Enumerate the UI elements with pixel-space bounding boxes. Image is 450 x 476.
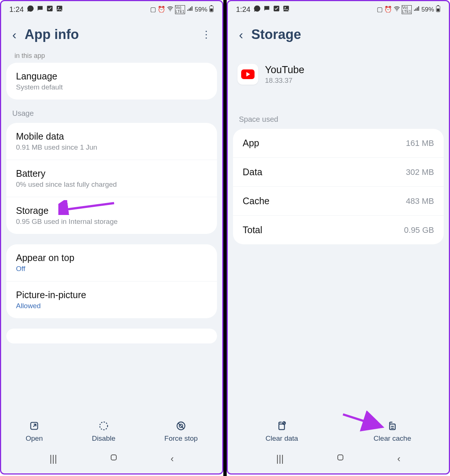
disable-button[interactable]: Disable — [92, 420, 115, 443]
data-value: 302 MB — [406, 167, 434, 177]
signal-icon — [187, 5, 193, 14]
status-icons-left — [27, 5, 63, 14]
nav-back[interactable]: ‹ — [397, 453, 401, 464]
svg-rect-19 — [437, 5, 439, 6]
signal-icon — [413, 5, 420, 14]
storage-item[interactable]: Storage 0.95 GB used in Internal storage — [6, 197, 217, 234]
battery-text: 59% — [421, 6, 434, 13]
status-bar: 1:24 ▢ ⏰ Vo)LTE1 — [228, 1, 449, 16]
status-bar: 1:24 ▢ ⏰ Vo)LTE1 — [1, 1, 222, 16]
storage-title: Storage — [16, 205, 207, 216]
app-name: YouTube — [265, 64, 304, 76]
wifi-icon — [394, 5, 400, 14]
disable-label: Disable — [92, 434, 115, 443]
page-header: ‹ App info ⋮ — [1, 16, 222, 56]
battery-sub: 0% used since last fully charged — [16, 180, 207, 189]
pip-sub: Allowed — [16, 302, 207, 310]
battery-title: Battery — [16, 168, 207, 179]
clear-data-icon — [276, 420, 287, 431]
open-label: Open — [26, 434, 43, 443]
wifi-icon — [167, 5, 174, 14]
nav-back[interactable]: ‹ — [171, 453, 174, 464]
bottom-actions: Open Disable Force stop — [1, 414, 222, 446]
nav-recents[interactable]: ||| — [49, 453, 57, 464]
nav-bar: ||| ‹ — [1, 446, 222, 473]
alarm-icon: ⏰ — [384, 6, 392, 13]
phone-left: 1:24 ▢ ⏰ Vo)LTE1 — [0, 0, 223, 475]
data-row: Data 302 MB — [233, 157, 444, 186]
language-sub: System default — [16, 83, 207, 91]
clear-cache-button[interactable]: Clear cache — [373, 420, 411, 443]
force-stop-icon — [175, 420, 187, 431]
svg-point-9 — [100, 422, 107, 430]
nav-bar: ||| ‹ — [228, 446, 449, 473]
status-time: 1:24 — [9, 5, 24, 14]
svg-line-23 — [283, 422, 285, 424]
battery-icon — [209, 5, 214, 14]
app-value: 161 MB — [406, 138, 434, 148]
data-label: Data — [243, 167, 262, 177]
force-stop-button[interactable]: Force stop — [164, 420, 198, 443]
total-value: 0.95 GB — [404, 225, 434, 235]
cache-row: Cache 483 MB — [233, 186, 444, 215]
page-title: App info — [25, 27, 193, 42]
mobile-data-item[interactable]: Mobile data 0.91 MB used since 1 Jun — [6, 123, 217, 160]
chat-icon — [36, 5, 44, 14]
battery-text: 59% — [195, 6, 207, 13]
bottom-actions: Clear data Clear cache — [228, 414, 449, 446]
svg-rect-5 — [211, 5, 212, 6]
svg-point-16 — [285, 7, 286, 8]
svg-rect-28 — [338, 455, 343, 460]
open-button[interactable]: Open — [26, 420, 43, 443]
clear-data-button[interactable]: Clear data — [265, 420, 298, 443]
mobile-data-title: Mobile data — [16, 131, 207, 142]
alarm-icon: ⏰ — [158, 6, 165, 13]
appear-title: Appear on top — [16, 252, 207, 263]
disable-icon — [98, 420, 109, 431]
nav-home[interactable] — [336, 453, 345, 464]
nav-home[interactable] — [109, 453, 118, 464]
partial-text: in this app — [1, 52, 222, 60]
clear-data-label: Clear data — [265, 434, 298, 443]
back-button[interactable]: ‹ — [239, 27, 243, 42]
battery-item[interactable]: Battery 0% used since last fully charged — [6, 160, 217, 197]
language-item[interactable]: Language System default — [6, 63, 217, 100]
usage-card: Mobile data 0.91 MB used since 1 Jun Bat… — [6, 123, 217, 234]
cache-label: Cache — [243, 196, 269, 206]
vibrate-icon: ▢ — [150, 6, 156, 13]
back-button[interactable]: ‹ — [12, 27, 16, 42]
image-icon — [56, 5, 63, 14]
vibrate-icon: ▢ — [377, 6, 383, 13]
clear-cache-label: Clear cache — [373, 434, 411, 443]
space-card: App 161 MB Data 302 MB Cache 483 MB Tota… — [233, 129, 444, 244]
status-time: 1:24 — [236, 5, 250, 14]
page-title: Storage — [251, 27, 441, 42]
menu-button[interactable]: ⋮ — [201, 29, 215, 40]
force-stop-label: Force stop — [164, 434, 198, 443]
svg-rect-13 — [111, 455, 116, 460]
svg-point-2 — [58, 7, 59, 8]
usage-label: Usage — [1, 105, 222, 118]
partial-card — [6, 329, 217, 343]
whatsapp-icon — [27, 5, 34, 14]
open-icon — [29, 420, 40, 431]
svg-rect-6 — [210, 9, 213, 12]
language-title: Language — [16, 71, 207, 82]
checkbox-icon — [273, 5, 280, 14]
language-card: Language System default — [6, 63, 217, 100]
appear-on-top-item[interactable]: Appear on top Off — [6, 244, 217, 281]
app-version: 18.33.37 — [265, 76, 304, 85]
svg-rect-20 — [437, 9, 440, 12]
status-icons-left — [253, 5, 290, 14]
pip-title: Picture-in-picture — [16, 290, 207, 300]
pip-item[interactable]: Picture-in-picture Allowed — [6, 281, 217, 318]
chat-icon — [263, 5, 271, 14]
app-row: App 161 MB — [233, 129, 444, 157]
svg-point-3 — [170, 10, 171, 11]
clear-cache-icon — [387, 420, 398, 431]
app-header: YouTube 18.33.37 — [228, 56, 449, 88]
appear-sub: Off — [16, 265, 207, 273]
checkbox-icon — [46, 5, 54, 14]
nav-recents[interactable]: ||| — [276, 453, 284, 464]
youtube-icon — [237, 64, 258, 85]
